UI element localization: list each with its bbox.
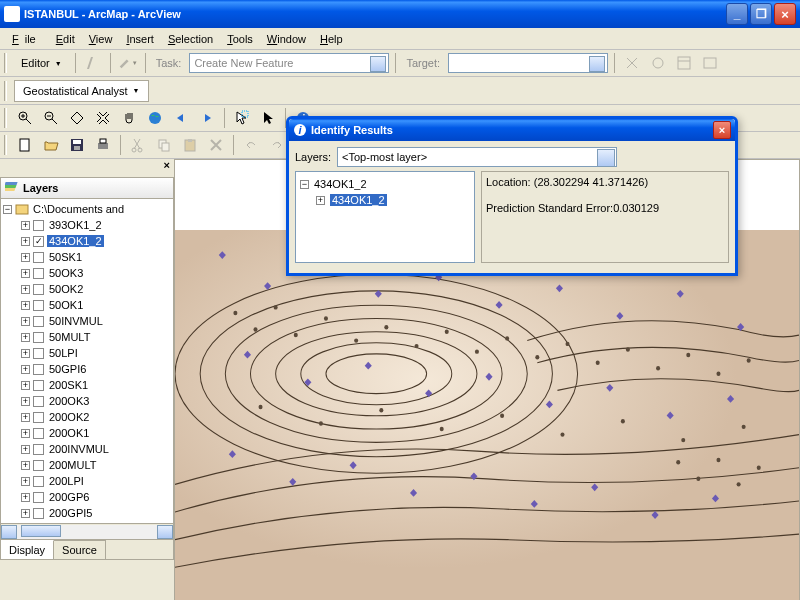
toc-layer-item[interactable]: +200LPI [3, 473, 171, 489]
scroll-left-button[interactable] [1, 525, 17, 539]
identify-close-button[interactable]: × [713, 121, 731, 139]
menu-window[interactable]: Window [261, 31, 312, 47]
identify-tree-child[interactable]: 434OK1_2 [330, 194, 387, 206]
collapse-icon[interactable]: − [3, 205, 12, 214]
target-combo[interactable] [448, 53, 608, 73]
expand-icon[interactable]: + [316, 196, 325, 205]
full-extent-icon[interactable] [144, 107, 166, 129]
menu-edit[interactable]: Edit [50, 31, 81, 47]
minimize-button[interactable]: _ [726, 3, 748, 25]
layer-checkbox[interactable] [33, 316, 44, 327]
menu-tools[interactable]: Tools [221, 31, 259, 47]
layer-label[interactable]: 200LPI [47, 475, 86, 487]
pan-icon[interactable] [118, 107, 140, 129]
expand-icon[interactable]: + [21, 381, 30, 390]
expand-icon[interactable]: + [21, 285, 30, 294]
task-combo[interactable]: Create New Feature [189, 53, 389, 73]
expand-icon[interactable]: + [21, 253, 30, 262]
layer-label[interactable]: 50MULT [47, 331, 92, 343]
toc-layer-item[interactable]: +200GPI5 [3, 505, 171, 521]
tab-display[interactable]: Display [1, 540, 54, 559]
toc-layer-item[interactable]: +50OK3 [3, 265, 171, 281]
expand-icon[interactable]: + [21, 301, 30, 310]
layer-label[interactable]: 200OK3 [47, 395, 91, 407]
toc-tree[interactable]: − C:\Documents and +393OK1_2+✓434OK1_2+5… [1, 199, 173, 523]
layer-label[interactable]: 50GPI6 [47, 363, 88, 375]
layer-label[interactable]: 434OK1_2 [47, 235, 104, 247]
identify-titlebar[interactable]: i Identify Results × [289, 119, 735, 141]
toc-layer-item[interactable]: +200MULT [3, 457, 171, 473]
expand-icon[interactable]: + [21, 429, 30, 438]
toc-layer-item[interactable]: +50MULT [3, 329, 171, 345]
layer-label[interactable]: 200SK1 [47, 379, 90, 391]
zoom-in-icon[interactable] [14, 107, 36, 129]
expand-icon[interactable]: + [21, 317, 30, 326]
layer-checkbox[interactable] [33, 252, 44, 263]
fixed-zoom-out-icon[interactable] [92, 107, 114, 129]
zoom-out-icon[interactable] [40, 107, 62, 129]
toolbar-grip[interactable] [4, 53, 7, 73]
toc-layer-item[interactable]: +200OK1 [3, 425, 171, 441]
expand-icon[interactable]: + [21, 461, 30, 470]
layer-checkbox[interactable] [33, 332, 44, 343]
layer-checkbox[interactable] [33, 380, 44, 391]
toolbar-grip[interactable] [4, 108, 7, 128]
layer-checkbox[interactable] [33, 460, 44, 471]
layer-label[interactable]: 50INVMUL [47, 315, 105, 327]
expand-icon[interactable]: + [21, 445, 30, 454]
identify-layers-combo[interactable]: <Top-most layer> [337, 147, 617, 167]
layer-checkbox[interactable] [33, 476, 44, 487]
layer-checkbox[interactable] [33, 220, 44, 231]
toc-layer-item[interactable]: +50LPI [3, 345, 171, 361]
toc-layer-item[interactable]: +200SK1 [3, 377, 171, 393]
toc-layer-item[interactable]: +50OK1 [3, 297, 171, 313]
toc-layer-item[interactable]: +200INVMUL [3, 441, 171, 457]
layer-label[interactable]: 200OK1 [47, 427, 91, 439]
fixed-zoom-in-icon[interactable] [66, 107, 88, 129]
layer-label[interactable]: 50OK2 [47, 283, 85, 295]
menu-view[interactable]: View [83, 31, 119, 47]
layer-label[interactable]: 200GPI5 [47, 507, 94, 519]
identify-dialog[interactable]: i Identify Results × Layers: <Top-most l… [286, 116, 738, 276]
toc-layer-item[interactable]: +393OK1_2 [3, 217, 171, 233]
toc-horizontal-scrollbar[interactable] [1, 523, 173, 539]
toc-layer-item[interactable]: +50INVMUL [3, 313, 171, 329]
expand-icon[interactable]: + [21, 413, 30, 422]
geostat-dropdown[interactable]: Geostatistical Analyst▼ [14, 80, 149, 102]
layer-label[interactable]: 50LPI [47, 347, 80, 359]
identify-tree[interactable]: − 434OK1_2 + 434OK1_2 [295, 171, 475, 263]
toc-layer-item[interactable]: +50GPI6 [3, 361, 171, 377]
layer-label[interactable]: 200OK2 [47, 411, 91, 423]
toc-root[interactable]: − C:\Documents and [3, 201, 171, 217]
layer-checkbox[interactable] [33, 396, 44, 407]
layer-checkbox[interactable]: ✓ [33, 236, 44, 247]
close-button[interactable]: × [774, 3, 796, 25]
layer-label[interactable]: 50SK1 [47, 251, 84, 263]
map-canvas[interactable] [175, 230, 799, 600]
layer-label[interactable]: 200INVMUL [47, 443, 111, 455]
identify-tree-parent[interactable]: 434OK1_2 [314, 178, 367, 190]
layer-label[interactable]: 393OK1_2 [47, 219, 104, 231]
toc-layer-item[interactable]: +200GP6 [3, 489, 171, 505]
toc-layer-item[interactable]: +50OK2 [3, 281, 171, 297]
layer-label[interactable]: 200GP6 [47, 491, 91, 503]
layer-checkbox[interactable] [33, 492, 44, 503]
toc-layer-item[interactable]: +50SK1 [3, 249, 171, 265]
expand-icon[interactable]: + [21, 397, 30, 406]
expand-icon[interactable]: + [21, 493, 30, 502]
layer-label[interactable]: 200MULT [47, 459, 98, 471]
expand-icon[interactable]: + [21, 269, 30, 278]
layer-checkbox[interactable] [33, 300, 44, 311]
expand-icon[interactable]: + [21, 477, 30, 486]
expand-icon[interactable]: + [21, 333, 30, 342]
layer-checkbox[interactable] [33, 444, 44, 455]
layer-label[interactable]: 50OK1 [47, 299, 85, 311]
expand-icon[interactable]: + [21, 237, 30, 246]
menu-insert[interactable]: Insert [120, 31, 160, 47]
layer-checkbox[interactable] [33, 348, 44, 359]
toolbar-grip[interactable] [4, 135, 7, 155]
toc-layer-item[interactable]: +200OK3 [3, 393, 171, 409]
menu-help[interactable]: Help [314, 31, 349, 47]
layer-checkbox[interactable] [33, 508, 44, 519]
print-icon[interactable] [92, 134, 114, 156]
